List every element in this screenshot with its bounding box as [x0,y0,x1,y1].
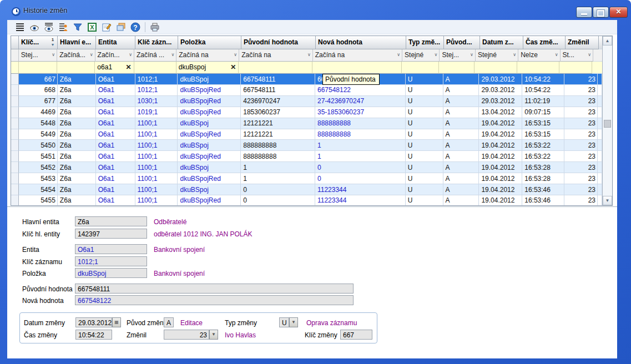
filter-input-hlavni_entita[interactable] [57,62,95,74]
cell-klic[interactable]: 667 [19,74,58,85]
table-row[interactable]: 5448Z6aO6a11100;1dkuBSpoj121212218888888… [11,118,602,129]
cell-puvodni_hodnota[interactable]: 1 [241,173,315,184]
cell-typ_zmeny[interactable]: U [406,162,443,173]
cell-datum_zmeny[interactable]: 19.04.2012 [479,184,522,195]
cell-entita[interactable]: O6a1 [96,96,135,107]
cell-puvodni_hodnota[interactable]: 4236970247 [241,96,315,107]
cell-klic[interactable]: 5454 [19,184,58,195]
filter-input-nova_hodnota[interactable] [312,62,402,74]
cell-hlavni_entita[interactable]: Z6a [58,140,96,151]
cell-klic_zaznamu[interactable]: 1100;1 [135,184,178,195]
column-header-puvodni_hodnota[interactable]: Původní hodnota [241,36,316,49]
cell-polozka[interactable]: dkuBSpoj [178,118,241,129]
cell-puvod_zmeny[interactable]: A [443,162,479,173]
cell-polozka[interactable]: dkuBSpoj [178,184,241,195]
cell-datum_zmeny[interactable]: 19.04.2012 [479,129,522,140]
cell-puvodni_hodnota[interactable]: 667548111 [241,85,315,96]
cell-cas_zmeny[interactable]: 16:53:15 [522,129,564,140]
table-row[interactable]: 5450Z6aO6a11100;1dkuBSpoj8888888881UA19.… [11,140,602,151]
cell-hlavni_entita[interactable]: Z6a [58,129,96,140]
cell-puvod_zmeny[interactable]: A [443,173,479,184]
column-header-typ_zmeny[interactable]: Typ změ... [406,36,444,49]
cell-typ_zmeny[interactable]: U [406,151,443,162]
cell-typ_zmeny[interactable]: U [406,173,443,184]
cell-klic_zaznamu[interactable]: 1100;1 [135,140,178,151]
cell-klic[interactable]: 5449 [19,129,58,140]
cell-puvodni_hodnota[interactable]: 1853060237 [241,107,315,118]
cell-cas_zmeny[interactable]: 11:02:19 [522,96,564,107]
filter-operator-entita[interactable]: Začín...∨ [95,49,134,62]
chevron-down-icon[interactable]: ∨ [171,52,174,57]
cell-datum_zmeny[interactable]: 19.04.2012 [479,151,522,162]
filter-operator-typ_zmeny[interactable]: Stejné∨ [402,49,440,62]
cell-zmenil[interactable]: 23 [564,107,598,118]
filter-operator-hlavni_entita[interactable]: Začíná...∨ [57,49,95,62]
filter-operator-polozka[interactable]: Začíná na∨ [176,49,239,62]
cell-puvodni_hodnota[interactable]: 667548111 [241,74,315,85]
cell-puvod_zmeny[interactable]: A [443,129,479,140]
filter-operator-cas_zmeny[interactable]: Nelze∨ [518,49,560,62]
column-header-hlavni_entita[interactable]: Hlavní e... [58,36,96,49]
entita-field[interactable]: O6a1 [75,244,147,254]
rows-icon-button[interactable] [13,21,27,33]
cell-puvodni_hodnota[interactable]: 0 [241,195,315,205]
cell-zmenil[interactable]: 23 [564,173,598,184]
filter-input-typ_zmeny[interactable] [402,62,439,74]
cell-hlavni_entita[interactable]: Z6a [58,96,96,107]
table-row[interactable]: 667Z6aO6a11012;1dkuBSpoj6675481116675481… [11,74,602,85]
cell-entita[interactable]: O6a1 [96,140,135,151]
clear-filter-icon[interactable]: ✕ [126,63,132,71]
filter-input-klic[interactable] [19,62,57,74]
chevron-down-icon[interactable]: ∨ [90,52,93,57]
cell-puvod_zmeny[interactable]: A [443,74,479,85]
cell-cas_zmeny[interactable]: 16:53:22 [522,140,564,151]
cell-nova_hodnota[interactable]: 888888888 [315,118,406,129]
cell-datum_zmeny[interactable]: 19.04.2012 [479,140,522,151]
person-rows-icon-button[interactable] [57,21,70,33]
cell-entita[interactable]: O6a1 [96,162,135,173]
cell-entita[interactable]: O6a1 [96,74,135,85]
cell-puvod_zmeny[interactable]: A [443,96,479,107]
cell-nova_hodnota[interactable]: 35-1853060237 [315,107,406,118]
cell-typ_zmeny[interactable]: U [406,96,443,107]
cell-polozka[interactable]: dkuBSpojRed [178,129,241,140]
cell-hlavni_entita[interactable]: Z6a [58,151,96,162]
cell-typ_zmeny[interactable]: U [406,184,443,195]
scrollbar-thumb[interactable] [604,120,611,128]
cell-entita[interactable]: O6a1 [96,107,135,118]
filter-input-zmenil[interactable] [559,62,592,74]
filter-input-datum_zmeny[interactable] [474,62,517,74]
chevron-down-icon[interactable]: ∨ [397,52,400,57]
filter-input-puvodni_hodnota[interactable] [239,62,312,74]
chevron-down-icon[interactable]: ∨ [307,52,311,57]
cell-puvod_zmeny[interactable]: A [443,140,479,151]
cell-datum_zmeny[interactable]: 29.03.2012 [479,96,522,107]
table-row[interactable]: 5453Z6aO6a11100;1dkuBSpojRed10UA19.04.20… [11,173,602,184]
cell-puvodni_hodnota[interactable]: 888888888 [241,140,315,151]
help-icon-button[interactable]: ? [129,21,142,33]
klic-zaznamu-field[interactable]: 1012;1 [75,256,147,266]
filter-input-puvod_zmeny[interactable] [439,62,474,74]
column-header-entita[interactable]: Entita [96,36,135,49]
cell-typ_zmeny[interactable]: U [406,107,443,118]
cell-cas_zmeny[interactable]: 10:54:22 [522,85,564,96]
filter-operator-puvod_zmeny[interactable]: Stej...∨ [440,49,475,62]
cell-polozka[interactable]: dkuBSpojRed [178,151,241,162]
table-row[interactable]: 5455Z6aO6a11100;1dkuBSpojRed011223344UA1… [11,195,602,205]
excel-icon-button[interactable]: X [85,21,99,33]
filter-input-cas_zmeny[interactable] [517,62,559,74]
filter-operator-zmenil[interactable]: St...∨ [561,49,594,62]
cell-typ_zmeny[interactable]: U [406,195,443,205]
cell-hlavni_entita[interactable]: Z6a [58,162,96,173]
cell-datum_zmeny[interactable]: 19.04.2012 [479,195,522,205]
zmenil-field[interactable]: 23 [164,330,209,340]
cell-puvodni_hodnota[interactable]: 12121221 [241,129,315,140]
cell-entita[interactable]: O6a1 [96,129,135,140]
cell-entita[interactable]: O6a1 [96,195,135,205]
scroll-down-icon[interactable]: ▼ [603,196,612,205]
cell-puvodni_hodnota[interactable]: 1 [241,162,315,173]
minimize-button[interactable] [576,7,592,18]
eye-rows-icon-button[interactable] [42,21,55,33]
column-header-cas_zmeny[interactable]: Čas změ... [523,36,566,49]
cell-zmenil[interactable]: 23 [564,184,598,195]
